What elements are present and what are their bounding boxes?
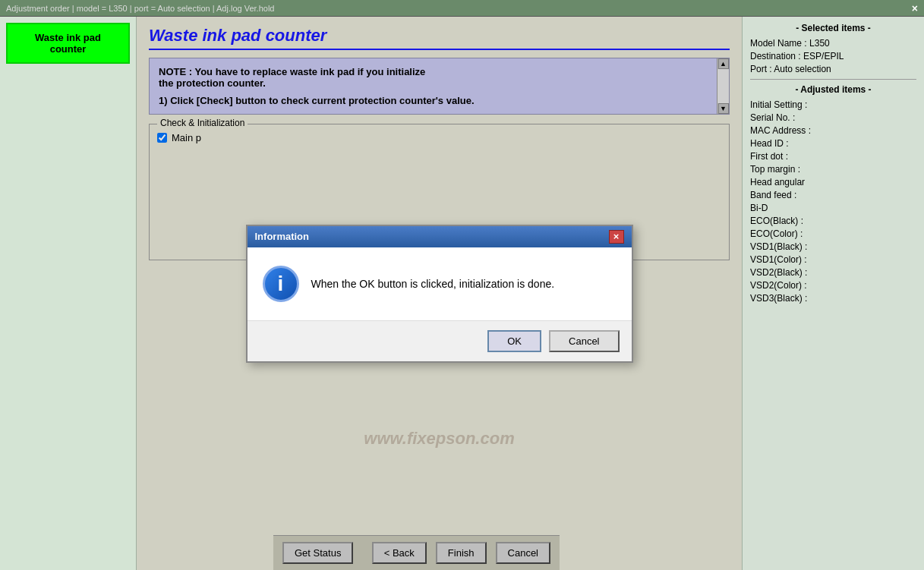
dialog-title: Information — [255, 231, 310, 242]
main-layout: Waste ink pad counter Waste ink pad coun… — [0, 17, 924, 570]
model-name: Model Name : L350 — [750, 38, 916, 49]
dialog-overlay: Information × i When the OK button is cl… — [137, 17, 742, 570]
port: Port : Auto selection — [750, 64, 916, 74]
info-icon: i — [263, 266, 299, 302]
top-bar-title: Adjustment order | model = L350 | port =… — [6, 4, 274, 13]
dialog-cancel-button[interactable]: Cancel — [549, 330, 619, 352]
eco-color: ECO(Color) : — [750, 228, 916, 239]
adjusted-items-header: - Adjusted items - — [750, 84, 916, 95]
first-dot: First dot : — [750, 151, 916, 162]
head-id: Head ID : — [750, 138, 916, 149]
dialog-buttons: OK Cancel — [248, 320, 632, 361]
vsd2-color: VSD2(Color) : — [750, 280, 916, 291]
vsd2-black: VSD2(Black) : — [750, 267, 916, 278]
sidebar-item-waste-ink[interactable]: Waste ink pad counter — [6, 23, 130, 64]
initial-setting: Initial Setting : — [750, 99, 916, 110]
right-sidebar: - Selected items - Model Name : L350 Des… — [742, 17, 924, 570]
band-feed: Band feed : — [750, 190, 916, 200]
bi-d: Bi-D — [750, 203, 916, 213]
vsd1-color: VSD1(Color) : — [750, 254, 916, 265]
dialog-ok-button[interactable]: OK — [487, 330, 541, 352]
vsd1-black: VSD1(Black) : — [750, 241, 916, 252]
serial-no: Serial No. : — [750, 112, 916, 123]
dialog-titlebar: Information × — [248, 226, 632, 247]
center-content: Waste ink pad counter NOTE : You have to… — [137, 17, 742, 570]
divider1 — [750, 79, 916, 80]
left-sidebar: Waste ink pad counter — [0, 17, 137, 570]
dialog-body: i When the OK button is clicked, initial… — [248, 247, 632, 320]
mac-address: MAC Address : — [750, 125, 916, 136]
dialog-message: When the OK button is clicked, initializ… — [311, 278, 555, 290]
head-angular: Head angular — [750, 177, 916, 187]
selected-items-header: - Selected items - — [750, 23, 916, 33]
top-bar: Adjustment order | model = L350 | port =… — [0, 0, 924, 17]
dialog-close-button[interactable]: × — [609, 230, 624, 244]
eco-black: ECO(Black) : — [750, 216, 916, 226]
information-dialog: Information × i When the OK button is cl… — [246, 225, 633, 363]
top-margin: Top margin : — [750, 164, 916, 175]
vsd3-black: VSD3(Black) : — [750, 293, 916, 304]
destination: Destination : ESP/EPIL — [750, 51, 916, 61]
window-close-button[interactable]: × — [912, 2, 918, 14]
